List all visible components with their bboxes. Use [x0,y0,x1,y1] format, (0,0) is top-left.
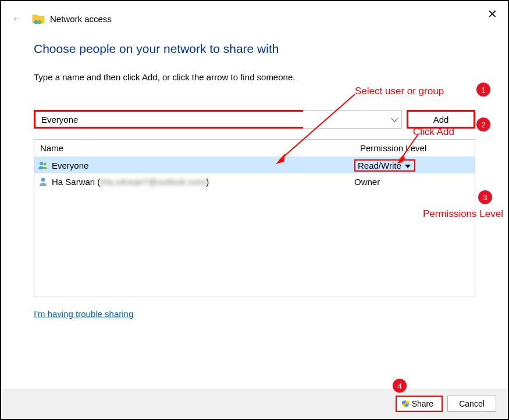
dialog-header: ← Network access [1,1,508,26]
user-name-label: Ha Sarwari [52,177,95,187]
share-button-label: Share [412,399,433,408]
user-icon [38,176,48,187]
table-body: Everyone Read/Write Ha Sarwari ((Ha.s4rw… [34,157,475,190]
permissions-table: Name Permission Level Everyone [34,139,475,297]
user-email-blurred: (Ha.s4rwari7@outlook.com) [99,177,207,187]
instruction-text: Type a name and then click Add, or click… [34,72,475,82]
dialog-content: Choose people on your network to share w… [1,26,508,319]
name-input-container [34,110,402,129]
add-user-row: Add [34,110,475,129]
page-heading: Choose people on your network to share w… [34,42,475,56]
add-button[interactable]: Add [407,110,475,129]
cell-permission[interactable]: Read/Write [354,159,475,172]
permission-dropdown[interactable]: Read/Write [354,159,415,172]
close-icon[interactable]: ✕ [487,7,497,21]
svg-point-2 [40,162,43,165]
user-dropdown-toggle[interactable] [303,110,402,129]
column-permission[interactable]: Permission Level [354,140,475,156]
permission-label: Owner [354,177,380,187]
folder-share-icon [31,12,45,26]
users-icon [38,160,48,170]
cancel-button[interactable]: Cancel [447,396,496,412]
cell-name: Everyone [38,160,354,170]
svg-point-3 [44,163,47,166]
table-row[interactable]: Ha Sarwari ((Ha.s4rwari7@outlook.com)) O… [34,173,475,190]
svg-point-0 [34,20,38,24]
svg-point-4 [41,178,45,181]
user-name-input[interactable] [34,110,303,129]
svg-point-1 [38,20,42,24]
user-name-label: Everyone [52,161,88,170]
table-row[interactable]: Everyone Read/Write [34,157,475,173]
dialog-title: Network access [50,14,112,24]
column-name[interactable]: Name [34,140,354,156]
help-link[interactable]: I'm having trouble sharing [34,309,133,319]
cell-permission: Owner [354,177,475,187]
shield-icon [401,400,410,408]
table-header: Name Permission Level [34,140,475,157]
back-arrow-icon[interactable]: ← [12,13,22,25]
share-button[interactable]: Share [396,396,443,412]
cell-name: Ha Sarwari ((Ha.s4rwari7@outlook.com)) [38,176,354,187]
dialog-footer: Share Cancel [2,389,507,419]
